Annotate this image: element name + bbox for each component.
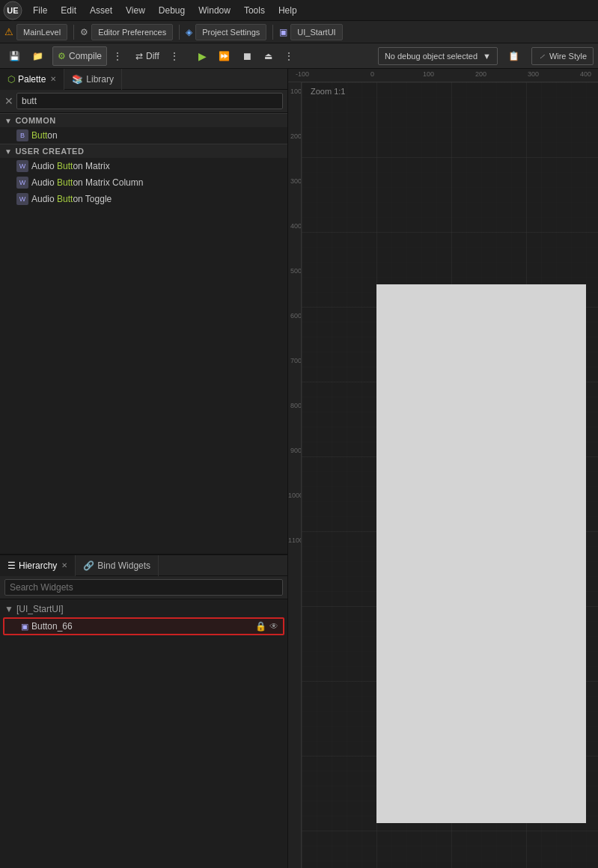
svg-text:UE: UE xyxy=(7,6,18,15)
project-settings-icon: ◈ xyxy=(186,27,192,37)
diff-btn[interactable]: ⇄ Diff xyxy=(131,46,164,66)
palette-tab-label: Palette xyxy=(18,74,46,85)
ruler-tick-v-100: 100 xyxy=(288,88,302,95)
separator-1 xyxy=(73,25,74,40)
ruler-tick-100: 100 xyxy=(423,70,434,78)
main-level-btn[interactable]: MainLevel xyxy=(16,24,67,40)
hierarchy-panel: ☰ Hierarchy ✕ 🔗 Bind Widgets ▼ [UI_Start… xyxy=(0,554,287,868)
audio-button-matrix-col-icon: W xyxy=(16,177,28,189)
ruler-tick-v-700: 700 xyxy=(288,358,302,364)
ruler-tick-v-300: 300 xyxy=(288,178,302,185)
main-level-group: ⚠ MainLevel xyxy=(4,24,67,40)
play-more-btn[interactable]: ⋮ xyxy=(280,46,298,66)
separator-2 xyxy=(179,25,180,40)
wire-style-btn[interactable]: ⟋ Wire Style xyxy=(531,47,594,65)
audio-button-toggle-icon: W xyxy=(16,193,28,205)
button-label: Button xyxy=(31,130,58,141)
hierarchy-tab-bar: ☰ Hierarchy ✕ 🔗 Bind Widgets xyxy=(0,555,287,576)
eye-icon[interactable]: 👁 xyxy=(269,621,278,632)
bind-widgets-tab[interactable]: 🔗 Bind Widgets xyxy=(76,555,159,576)
root-label: [UI_StartUI] xyxy=(16,604,64,614)
menu-help[interactable]: Help xyxy=(272,4,303,17)
main-content: ⬡ Palette ✕ 📚 Library ✕ ▼ COMMON B xyxy=(0,69,598,868)
palette-item-audio-button-matrix[interactable]: W Audio Button Matrix xyxy=(0,158,287,174)
hierarchy-tab-close[interactable]: ✕ xyxy=(61,561,67,569)
hierarchy-button-66-row[interactable]: ▣ Button_66 🔒 👁 xyxy=(3,617,284,635)
audio-button-matrix-col-label: Audio Button Matrix Column xyxy=(31,177,143,188)
palette-item-button[interactable]: B Button xyxy=(0,127,287,144)
play-next-btn[interactable]: ⏩ xyxy=(214,46,234,66)
save-btn[interactable]: 💾 xyxy=(4,46,25,66)
ui-startui-group: ▣ UI_StartUI xyxy=(279,24,342,40)
play-controls: ▶ ⏩ ⏹ ⏏ ⋮ xyxy=(194,46,298,66)
menu-view[interactable]: View xyxy=(120,4,151,17)
palette-search-input[interactable] xyxy=(16,93,283,109)
ruler-tick-v-800: 800 xyxy=(288,403,302,409)
debug-extra-btn[interactable]: 📋 xyxy=(504,46,524,66)
ui-startui-btn[interactable]: UI_StartUI xyxy=(290,24,342,40)
palette-tab-icon: ⬡ xyxy=(7,74,15,85)
palette-search-bar: ✕ xyxy=(0,90,287,113)
compile-options-btn[interactable]: ⋮ xyxy=(109,46,126,66)
save-icon: 💾 xyxy=(9,51,20,61)
menu-edit[interactable]: Edit xyxy=(55,4,82,17)
canvas-with-rulers: -100 0 100 200 300 400 100 200 300 400 5… xyxy=(288,69,598,868)
project-settings-group: ◈ Project Settings xyxy=(186,24,266,40)
common-section-header[interactable]: ▼ COMMON xyxy=(0,113,287,127)
ruler-tick-v-1100: 1100 xyxy=(288,537,302,544)
lock-icon[interactable]: 🔒 xyxy=(255,621,266,632)
menu-debug[interactable]: Debug xyxy=(153,4,191,17)
debug-text: No debug object selected xyxy=(385,52,478,61)
menu-asset[interactable]: Asset xyxy=(84,4,118,17)
palette-item-audio-button-toggle[interactable]: W Audio Button Toggle xyxy=(0,191,287,207)
audio-button-matrix-icon: W xyxy=(16,160,28,172)
bind-widgets-icon: 🔗 xyxy=(83,560,94,571)
menu-window[interactable]: Window xyxy=(192,4,237,17)
right-panel: -100 0 100 200 300 400 100 200 300 400 5… xyxy=(288,69,598,868)
ruler-tick-v-600: 600 xyxy=(288,313,302,320)
project-settings-btn[interactable]: Project Settings xyxy=(195,24,266,40)
canvas-white-area[interactable] xyxy=(376,284,586,823)
compile-icon: ⚙ xyxy=(58,51,66,61)
button-rest: on xyxy=(47,130,57,141)
ruler-tick-v-1000: 1000 xyxy=(288,492,302,499)
library-tab-icon: 📚 xyxy=(72,74,83,85)
eject-btn[interactable]: ⏏ xyxy=(260,46,277,66)
editor-prefs-btn[interactable]: Editor Preferences xyxy=(91,24,173,40)
library-tab[interactable]: 📚 Library xyxy=(64,69,122,90)
bind-widgets-label: Bind Widgets xyxy=(97,560,150,571)
widget-icon: ▣ xyxy=(21,622,28,632)
content-browser-btn[interactable]: 📁 xyxy=(28,46,48,66)
hierarchy-root-item[interactable]: ▼ [UI_StartUI] xyxy=(0,602,287,616)
canvas-main[interactable]: Zoom 1:1 xyxy=(302,82,598,868)
ruler-tick-v-900: 900 xyxy=(288,447,302,454)
hierarchy-tab-label: Hierarchy xyxy=(19,560,57,571)
ruler-tick-300: 300 xyxy=(528,70,539,78)
separator-3 xyxy=(272,25,273,40)
compile-group: ⚙ Compile ⋮ xyxy=(52,46,126,66)
stop-btn[interactable]: ⏹ xyxy=(237,46,257,66)
wire-style-label: Wire Style xyxy=(549,52,587,61)
hierarchy-icon: ☰ xyxy=(7,560,16,571)
stop-icon: ⏹ xyxy=(242,50,252,62)
root-arrow: ▼ xyxy=(4,604,13,614)
debug-dropdown[interactable]: No debug object selected ▼ xyxy=(378,47,498,65)
palette-tab-close[interactable]: ✕ xyxy=(50,75,56,83)
button-item-icon: B xyxy=(16,129,28,141)
hierarchy-tab[interactable]: ☰ Hierarchy ✕ xyxy=(0,555,76,576)
hierarchy-search-input[interactable] xyxy=(4,579,283,596)
palette-item-audio-button-matrix-col[interactable]: W Audio Button Matrix Column xyxy=(0,174,287,191)
ruler-tick-v-400: 400 xyxy=(288,223,302,230)
menu-file[interactable]: File xyxy=(27,4,53,17)
user-created-section-header[interactable]: ▼ USER CREATED xyxy=(0,144,287,158)
ruler-tick-200: 200 xyxy=(475,70,486,78)
menu-tools[interactable]: Tools xyxy=(238,4,271,17)
play-btn[interactable]: ▶ xyxy=(194,46,211,66)
dropdown-arrow: ▼ xyxy=(483,52,491,61)
palette-content: ▼ COMMON B Button ▼ USER CREATED W Audio… xyxy=(0,113,287,554)
palette-tab[interactable]: ⬡ Palette ✕ xyxy=(0,69,64,90)
diff-options-btn[interactable]: ⋮ xyxy=(165,46,183,66)
clear-search-btn[interactable]: ✕ xyxy=(4,95,13,107)
compile-btn[interactable]: ⚙ Compile xyxy=(52,46,107,66)
common-arrow: ▼ xyxy=(4,117,12,125)
